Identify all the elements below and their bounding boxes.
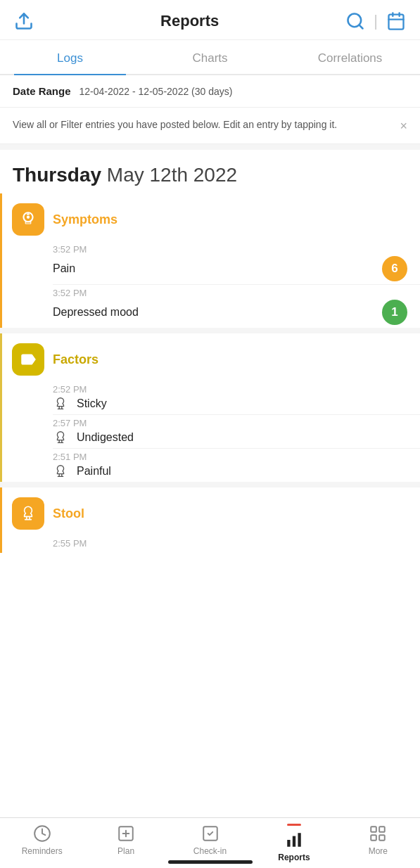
svg-point-7: [27, 216, 30, 219]
separator: [0, 482, 420, 487]
list-item[interactable]: 2:57 PM Undigested: [12, 415, 420, 448]
nav-plan[interactable]: Plan: [84, 824, 167, 862]
separator: [0, 328, 420, 333]
nav-reports-label: Reports: [278, 853, 310, 862]
header-right-icons: |: [344, 10, 407, 32]
entry-row: Painful: [53, 464, 420, 479]
day-name: Thursday: [13, 164, 101, 186]
symptoms-icon: [12, 203, 44, 236]
svg-rect-13: [287, 840, 290, 847]
entry-time: 3:52 PM: [53, 244, 420, 255]
date-range-value: 12-04-2022 - 12-05-2022 (30 days): [79, 86, 233, 97]
more-icon: [368, 824, 388, 843]
svg-line-2: [359, 25, 363, 28]
entry-time: 2:52 PM: [53, 384, 420, 395]
stool-section-header: Stool: [12, 487, 420, 535]
upload-button[interactable]: [13, 10, 35, 32]
nav-more-label: More: [369, 846, 388, 856]
day-date: May 12th 2022: [107, 164, 237, 186]
nav-plan-label: Plan: [117, 846, 134, 856]
entry-time: 3:52 PM: [53, 288, 420, 298]
list-item[interactable]: 2:51 PM Painful: [12, 449, 420, 482]
date-range-bar[interactable]: Date Range 12-04-2022 - 12-05-2022 (30 d…: [0, 75, 420, 108]
tab-correlations[interactable]: Correlations: [280, 40, 420, 74]
svg-rect-19: [379, 835, 385, 841]
entry-row: Sticky: [53, 396, 420, 411]
entry-badge: 6: [382, 256, 407, 281]
symptoms-section: Symptoms 3:52 PM Pain 6 3:52 PM Depresse…: [0, 193, 420, 328]
stool-inline-icon: [53, 396, 68, 411]
svg-rect-14: [293, 836, 295, 847]
nav-checkin[interactable]: Check-in: [168, 824, 252, 862]
nav-checkin-label: Check-in: [193, 846, 227, 856]
stool-icon: [12, 497, 44, 530]
entry-name: Undigested: [53, 430, 134, 445]
entry-time: 2:55 PM: [53, 538, 420, 549]
entry-time: 2:57 PM: [53, 418, 420, 428]
reports-icon: [284, 830, 304, 850]
separator: [0, 144, 420, 150]
day-header-text: Thursday May 12th 2022: [13, 164, 407, 186]
search-button[interactable]: [344, 10, 367, 32]
factors-section: Factors 2:52 PM Sticky 2:57 PM: [0, 333, 420, 482]
info-banner-close-button[interactable]: ×: [400, 119, 407, 134]
tab-logs[interactable]: Logs: [0, 40, 140, 74]
day-header: Thursday May 12th 2022: [0, 150, 420, 193]
info-banner: View all or Filter entries you have post…: [0, 108, 420, 144]
page-title: Reports: [35, 12, 344, 30]
checkin-icon: [201, 824, 220, 843]
entry-name: Painful: [53, 464, 111, 479]
symptoms-section-header: Symptoms: [12, 193, 420, 241]
home-indicator: [168, 860, 253, 864]
svg-rect-17: [379, 826, 385, 832]
reminders-icon: [32, 824, 52, 843]
nav-reminders[interactable]: Reminders: [0, 824, 84, 862]
tab-bar: Logs Charts Correlations: [0, 40, 420, 75]
stool-inline-icon: [53, 430, 68, 445]
svg-rect-3: [389, 15, 404, 30]
plan-icon: [116, 824, 136, 843]
entry-row: Depressed mood 1: [53, 300, 420, 325]
stool-section: Stool 2:55 PM: [0, 487, 420, 553]
factors-icon: [12, 343, 44, 376]
calendar-button[interactable]: [385, 10, 407, 32]
list-item[interactable]: 2:52 PM Sticky: [12, 381, 420, 414]
entry-time: 2:51 PM: [53, 452, 420, 462]
stool-inline-icon: [53, 464, 68, 479]
list-item[interactable]: 2:55 PM: [12, 535, 420, 553]
entry-name: Sticky: [53, 396, 107, 411]
tab-charts[interactable]: Charts: [140, 40, 280, 74]
svg-rect-18: [371, 835, 377, 841]
svg-rect-16: [371, 826, 377, 832]
entry-row: Undigested: [53, 430, 420, 445]
header-separator: |: [374, 13, 378, 29]
factors-section-header: Factors: [12, 333, 420, 381]
date-range-label: Date Range: [13, 85, 71, 97]
stool-title: Stool: [53, 506, 84, 521]
symptoms-title: Symptoms: [53, 212, 117, 227]
entry-badge: 1: [382, 300, 407, 325]
factors-title: Factors: [53, 352, 98, 367]
nav-active-indicator: [287, 824, 301, 826]
info-banner-text: View all or Filter entries you have post…: [13, 117, 393, 132]
list-item[interactable]: 3:52 PM Depressed mood 1: [12, 285, 420, 328]
nav-reminders-label: Reminders: [22, 846, 63, 856]
nav-more[interactable]: More: [336, 824, 420, 862]
list-item[interactable]: 3:52 PM Pain 6: [12, 241, 420, 284]
svg-rect-15: [298, 833, 300, 847]
entry-name: Depressed mood: [53, 306, 139, 319]
entry-name: Pain: [53, 262, 75, 275]
app-header: Reports |: [0, 0, 420, 40]
nav-reports[interactable]: Reports: [252, 824, 336, 868]
entry-row: Pain 6: [53, 256, 420, 281]
main-content: Date Range 12-04-2022 - 12-05-2022 (30 d…: [0, 75, 420, 623]
